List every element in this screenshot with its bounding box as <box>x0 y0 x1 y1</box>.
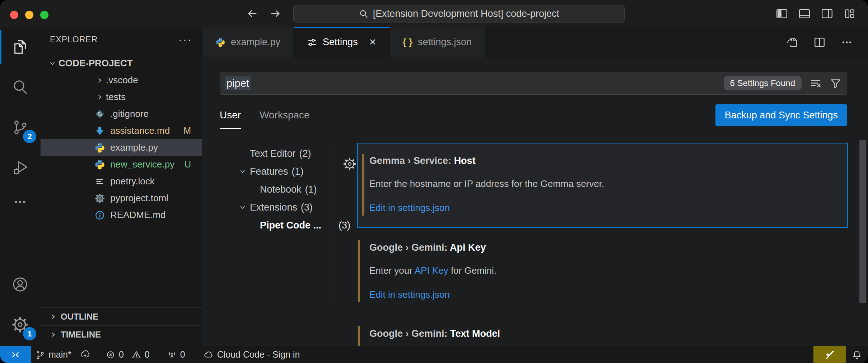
warnings-icon <box>131 350 141 360</box>
explorer-sidebar: EXPLORER ··· CODE-PROJECT .vscode test <box>41 27 202 346</box>
api-key-link[interactable]: API Key <box>415 265 448 276</box>
setting-google-gemini-text-model[interactable]: Google › Gemini: Text Model <box>357 323 848 346</box>
info-icon <box>94 210 106 221</box>
setting-description: Enter your API Key for Gemini. <box>369 265 848 276</box>
backup-sync-settings-button[interactable]: Backup and Sync Settings <box>715 104 847 126</box>
manage-settings-button[interactable]: 1 <box>0 305 40 345</box>
back-arrow-icon[interactable] <box>246 7 259 20</box>
tree-item-pyproject-toml[interactable]: pyproject.toml <box>41 190 202 207</box>
timeline-section-header[interactable]: TIMELINE <box>41 325 202 343</box>
tree-item-example-py[interactable]: example.py <box>41 139 202 156</box>
status-bar: main* 0 0 0 Cloud Code - Sign i <box>0 346 868 363</box>
chevron-right-icon <box>94 76 106 84</box>
tree-item-readme-md[interactable]: README.md <box>41 207 202 223</box>
toc-item-extensions[interactable]: Extensions(3) <box>220 198 353 216</box>
toggle-sidebar-icon[interactable] <box>776 8 788 20</box>
edit-in-settings-json-link[interactable]: Edit in settings.json <box>369 289 848 300</box>
tree-item-vscode[interactable]: .vscode <box>41 72 202 89</box>
explorer-title: EXPLORER <box>50 35 98 44</box>
more-views-button[interactable] <box>0 188 40 216</box>
remote-icon <box>10 349 21 360</box>
settings-toc: Text Editor(2) Features(1) Notebook(1) <box>220 145 353 234</box>
vscode-window: [Extension Development Host] code-projec… <box>0 0 868 363</box>
clear-settings-search-icon[interactable] <box>809 77 822 89</box>
search-icon <box>359 9 369 19</box>
run-debug-activity-button[interactable] <box>0 147 40 188</box>
spark-off-icon <box>824 349 835 360</box>
toc-item-features[interactable]: Features(1) <box>220 162 353 180</box>
toc-item-pipet-code[interactable]: Pipet Code ...(3) <box>220 216 353 234</box>
search-activity-button[interactable] <box>0 67 40 107</box>
customize-layout-icon[interactable] <box>844 8 856 20</box>
scope-tab-workspace[interactable]: Workspace <box>260 109 310 124</box>
tree-item-new-service-py[interactable]: new_service.py U <box>41 156 202 173</box>
toc-item-notebook[interactable]: Notebook(1) <box>220 180 353 198</box>
explorer-activity-button[interactable] <box>0 27 40 67</box>
open-settings-json-icon[interactable] <box>786 36 798 48</box>
setting-title: Gemma › Service: Host <box>369 155 847 166</box>
accounts-button[interactable] <box>0 264 40 305</box>
cloud-code-status-item[interactable]: Cloud Code - Sign in <box>203 349 300 360</box>
modified-indicator <box>358 240 360 302</box>
remote-indicator[interactable] <box>0 346 31 363</box>
tree-item-gitignore[interactable]: .gitignore <box>41 105 202 122</box>
chevron-right-icon <box>94 93 106 101</box>
gear-icon <box>94 193 106 203</box>
source-control-badge: 2 <box>23 130 36 143</box>
branch-status-item[interactable]: main* <box>35 349 90 360</box>
scope-tab-user[interactable]: User <box>220 109 241 124</box>
sync-changes-icon[interactable] <box>80 349 90 360</box>
tab-settings[interactable]: Settings ✕ <box>294 27 390 57</box>
search-icon <box>12 79 28 95</box>
outline-section-header[interactable]: OUTLINE <box>41 307 202 325</box>
command-center-title: [Extension Development Host] code-projec… <box>373 8 559 19</box>
settings-sliders-icon <box>307 37 317 48</box>
problems-status-item[interactable]: 0 0 <box>106 349 150 360</box>
editor-more-actions-icon[interactable] <box>841 36 853 48</box>
setting-title: Google › Gemini: Text Model <box>369 328 848 339</box>
tree-item-poetry-lock[interactable]: poetry.lock <box>41 173 202 190</box>
close-tab-icon[interactable]: ✕ <box>369 37 377 47</box>
toggle-secondary-sidebar-icon[interactable] <box>821 8 833 20</box>
explorer-more-actions-icon[interactable]: ··· <box>178 33 192 46</box>
tree-root-code-project[interactable]: CODE-PROJECT <box>41 55 202 72</box>
code-assist-status-button[interactable] <box>813 346 846 363</box>
toc-item-text-editor[interactable]: Text Editor(2) <box>220 145 353 162</box>
tab-settings-json[interactable]: { } settings.json <box>390 27 485 57</box>
setting-google-gemini-api-key[interactable]: Google › Gemini: Api Key Enter your API … <box>357 236 848 308</box>
notifications-bell-icon[interactable] <box>846 346 868 363</box>
settings-scrollbar[interactable] <box>859 140 866 303</box>
split-editor-icon[interactable] <box>813 36 826 48</box>
run-debug-icon <box>12 159 28 176</box>
zoom-window-button[interactable] <box>40 11 48 19</box>
edit-in-settings-json-link[interactable]: Edit in settings.json <box>369 202 847 213</box>
file-tree: CODE-PROJECT .vscode tests .gitignore <box>41 55 202 223</box>
settings-list: Gemma › Service: Host Enter the hostname… <box>357 142 848 346</box>
git-icon <box>94 109 106 119</box>
json-braces-icon: { } <box>403 37 412 48</box>
tree-item-assistance-md[interactable]: assistance.md M <box>41 122 202 139</box>
chevron-down-icon <box>235 168 250 175</box>
setting-description: Enter the hostname or IP address for the… <box>369 178 847 189</box>
minimize-window-button[interactable] <box>25 11 33 19</box>
setting-gemma-service-host[interactable]: Gemma › Service: Host Enter the hostname… <box>357 143 848 228</box>
files-icon <box>12 39 28 55</box>
forward-arrow-icon[interactable] <box>269 7 282 20</box>
ellipsis-icon <box>13 195 27 209</box>
source-control-activity-button[interactable]: 2 <box>0 107 40 147</box>
ports-status-item[interactable]: 0 <box>167 349 185 360</box>
tab-bar: example.py Settings ✕ { } settings.json <box>202 27 868 57</box>
toggle-panel-icon[interactable] <box>798 8 811 20</box>
close-window-button[interactable] <box>10 11 18 19</box>
setting-gear-icon[interactable] <box>343 157 356 170</box>
tab-example-py[interactable]: example.py <box>202 27 294 57</box>
chevron-right-icon <box>49 331 57 339</box>
settings-editor: pipet 6 Settings Found User Workspace Ba… <box>202 57 868 346</box>
chevron-right-icon <box>49 313 57 321</box>
settings-count-badge: 6 Settings Found <box>724 76 802 90</box>
tree-item-tests[interactable]: tests <box>41 89 202 105</box>
settings-search-input[interactable]: pipet 6 Settings Found <box>220 72 847 95</box>
settings-search-value: pipet <box>225 76 251 90</box>
filter-settings-icon[interactable] <box>830 77 842 89</box>
command-center[interactable]: [Extension Development Host] code-projec… <box>293 5 625 23</box>
